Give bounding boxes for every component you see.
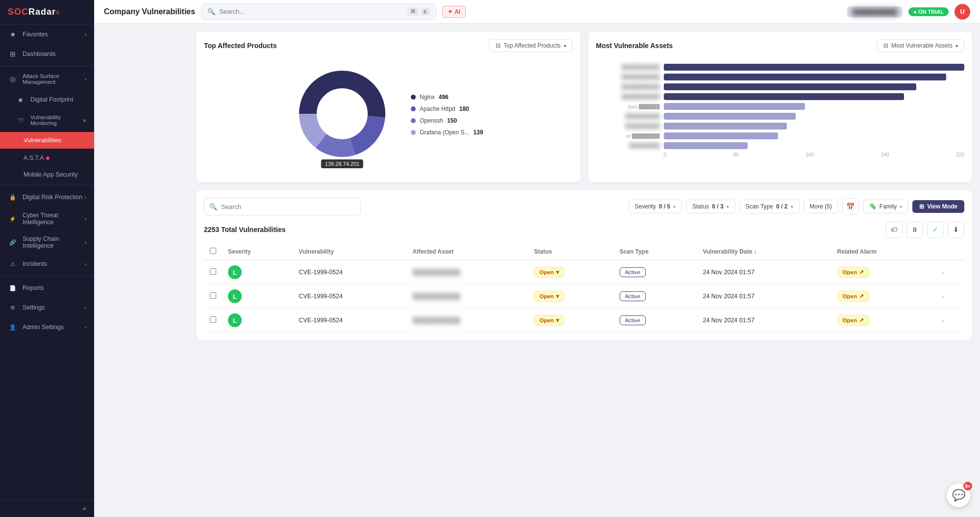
sidebar-item-cyber-threat[interactable]: ⚡ Cyber Threat Intelligence › bbox=[0, 207, 94, 231]
chat-badge: 9+ bbox=[963, 482, 972, 491]
bar-fill bbox=[664, 132, 778, 139]
td-severity: L bbox=[222, 309, 293, 333]
scan-type-filter[interactable]: Scan Type 0 / 2 ▾ bbox=[739, 200, 800, 213]
sidebar-item-favorites[interactable]: ★ Favorites › bbox=[0, 25, 94, 44]
sidebar-item-attack-surface[interactable]: ◎ Attack Surface Management › bbox=[0, 68, 94, 90]
row-checkbox[interactable] bbox=[210, 316, 216, 323]
chat-bubble[interactable]: 💬 9+ bbox=[947, 484, 970, 507]
table-actions: 🏷 ⏸ ✓ ⬇ bbox=[886, 221, 964, 238]
attack-surface-icon: ◎ bbox=[8, 74, 18, 84]
sidebar-item-incidents[interactable]: ⚠ Incidents › bbox=[0, 254, 94, 274]
sidebar-item-vulnerabilities[interactable]: Vulnerabilities bbox=[0, 132, 94, 149]
search-icon: 🔍 bbox=[209, 203, 217, 210]
sidebar-item-dashboards[interactable]: ⊞ Dashboards bbox=[0, 44, 94, 64]
axis-320: 320 bbox=[956, 152, 964, 157]
expand-icon[interactable]: › bbox=[941, 316, 944, 324]
tag-button[interactable]: 🏷 bbox=[886, 221, 903, 238]
chevron-down-icon: ▾ bbox=[556, 293, 559, 300]
row-checkbox[interactable] bbox=[210, 268, 216, 275]
bar-fill bbox=[664, 83, 916, 90]
sidebar-item-supply-chain[interactable]: 🔗 Supply Chain Intelligence › bbox=[0, 231, 94, 254]
table-total-count: 2253 Total Vulnerabilities bbox=[204, 226, 286, 233]
status-badge[interactable]: Open ▾ bbox=[534, 315, 564, 326]
search-input[interactable] bbox=[219, 8, 403, 15]
row-checkbox[interactable] bbox=[210, 292, 216, 299]
expand-icon[interactable]: › bbox=[941, 268, 944, 276]
th-vuln-date: Vulnerability Date ↓ bbox=[697, 244, 831, 260]
sidebar-item-vuln-monitoring[interactable]: 🛡 Vulnerability Monitoring ∨ bbox=[0, 109, 94, 131]
calendar-icon: 📅 bbox=[846, 203, 854, 210]
alarm-badge[interactable]: Open ↗ bbox=[837, 315, 869, 326]
notification-dot bbox=[46, 156, 50, 160]
status-filter[interactable]: Status 0 / 3 ▾ bbox=[686, 200, 735, 213]
chevron-icon: › bbox=[85, 216, 86, 222]
severity-count: 0 / 5 bbox=[659, 203, 670, 210]
th-affected-asset: Affected Asset bbox=[406, 244, 528, 260]
table-header-row: 2253 Total Vulnerabilities 🏷 ⏸ ✓ ⬇ bbox=[204, 221, 964, 238]
table-head: Severity Vulnerability Affected Asset St… bbox=[204, 244, 964, 260]
sidebar-item-digital-footprint[interactable]: ◉ Digital Footprint bbox=[0, 90, 94, 109]
sidebar-item-admin-settings[interactable]: 👤 Admin Settings › bbox=[0, 317, 94, 337]
bar-label: ████████ bbox=[596, 143, 660, 149]
user-avatar[interactable]: U bbox=[955, 4, 970, 20]
sidebar-item-asta[interactable]: A.S.T.A bbox=[0, 150, 94, 166]
page-title: Company Vulnerabilities bbox=[104, 7, 195, 16]
status-badge[interactable]: Open ▾ bbox=[534, 291, 564, 302]
sidebar-item-settings[interactable]: ⚙ Settings › bbox=[0, 298, 94, 317]
sidebar-item-label: Favorites bbox=[23, 31, 48, 38]
alarm-badge[interactable]: Open ↗ bbox=[837, 267, 869, 278]
sidebar-item-label: Dashboards bbox=[23, 51, 55, 57]
legend-item-nginx: Nginx 496 bbox=[411, 94, 483, 101]
view-mode-label: View Mode bbox=[927, 203, 957, 210]
table-search-input[interactable] bbox=[221, 203, 355, 210]
bar-row: ██████████ bbox=[596, 64, 965, 71]
more-filters-button[interactable]: More (5) bbox=[804, 200, 838, 213]
table-search-box[interactable]: 🔍 bbox=[204, 198, 361, 215]
search-icon: 🔍 bbox=[207, 8, 215, 15]
donut-filter-button[interactable]: ⊟ Top Affected Products ▾ bbox=[489, 39, 573, 52]
filter-icon: ⊟ bbox=[496, 42, 501, 49]
sidebar-item-label: Settings bbox=[23, 304, 45, 311]
sidebar-item-reports[interactable]: 📄 Reports bbox=[0, 278, 94, 298]
td-scan-type: Active bbox=[614, 309, 697, 333]
bar-label: ██████████ bbox=[596, 74, 660, 80]
bar-fill bbox=[664, 64, 965, 71]
download-button[interactable]: ⬇ bbox=[948, 221, 964, 238]
legend-count: 150 bbox=[447, 117, 457, 124]
legend-dot bbox=[411, 95, 416, 100]
sidebar-collapse-button[interactable]: « bbox=[0, 500, 94, 517]
sidebar-item-label: Attack Surface Management bbox=[23, 73, 85, 85]
expand-icon[interactable]: › bbox=[941, 292, 944, 300]
scan-type-badge: Active bbox=[620, 315, 646, 325]
dashboards-icon: ⊞ bbox=[8, 49, 18, 59]
sidebar-item-label: Admin Settings bbox=[23, 324, 64, 331]
bar-row: ████████ bbox=[596, 142, 965, 149]
td-status: Open ▾ bbox=[528, 284, 613, 309]
sidebar-item-digital-risk[interactable]: 🔒 Digital Risk Protection › bbox=[0, 187, 94, 207]
td-vuln-date: 24 Nov 2024 01:57 bbox=[697, 284, 831, 309]
bar-track bbox=[664, 123, 965, 129]
filter-label: Top Affected Products bbox=[503, 42, 561, 49]
check-button[interactable]: ✓ bbox=[927, 221, 944, 238]
family-filter[interactable]: 🦠 Family ▾ bbox=[863, 200, 908, 213]
ai-button[interactable]: ✦ AI bbox=[442, 6, 466, 18]
sidebar-item-mobile-app[interactable]: Mobile App Security bbox=[0, 166, 94, 183]
select-all-checkbox[interactable] bbox=[210, 248, 216, 254]
td-scan-type: Active bbox=[614, 260, 697, 284]
sidebar-item-label: Reports bbox=[23, 284, 44, 291]
bar-fill bbox=[664, 74, 947, 80]
alarm-badge[interactable]: Open ↗ bbox=[837, 291, 869, 302]
pause-button[interactable]: ⏸ bbox=[906, 221, 923, 238]
td-alarm: Open ↗ bbox=[831, 260, 936, 284]
severity-filter[interactable]: Severity 0 / 5 ▾ bbox=[628, 200, 682, 213]
calendar-button[interactable]: 📅 bbox=[842, 198, 859, 215]
status-badge[interactable]: Open ▾ bbox=[534, 267, 564, 278]
bar-row: ██████████ bbox=[596, 74, 965, 80]
view-mode-button[interactable]: ⊞ View Mode bbox=[912, 200, 964, 213]
bar-fill bbox=[664, 103, 805, 110]
bar-filter-button[interactable]: ⊟ Most Vulnerable Assets ▾ bbox=[877, 39, 964, 52]
global-search-box[interactable]: 🔍 ⌘ K bbox=[201, 3, 436, 20]
keyboard-shortcut: ⌘ K bbox=[407, 7, 430, 16]
bar-track bbox=[664, 83, 965, 90]
bar-label: ██████████ bbox=[596, 64, 660, 70]
